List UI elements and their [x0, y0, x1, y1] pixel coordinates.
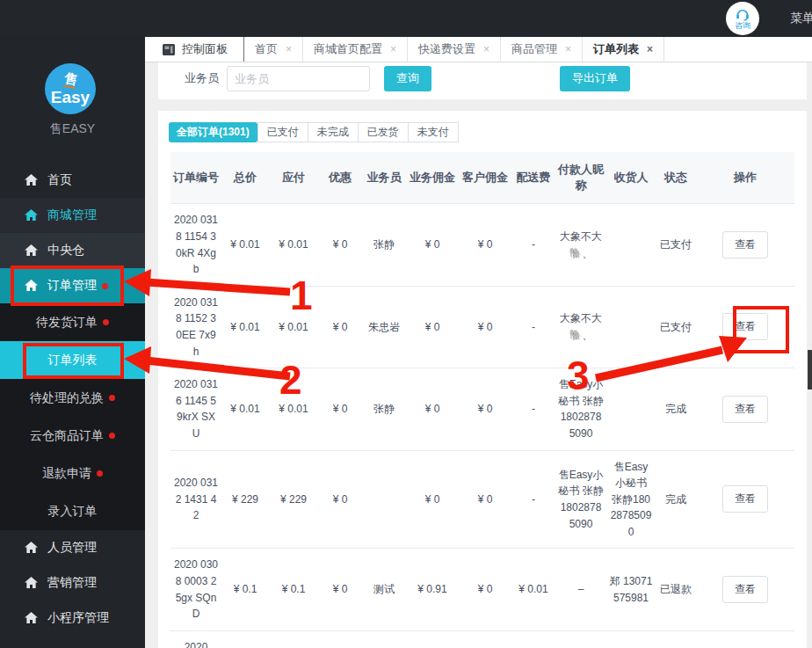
sidebar-item-label: 录入订单 — [48, 504, 98, 520]
sidebar-item-label: 小程序管理 — [47, 610, 109, 626]
view-button[interactable]: 查看 — [722, 485, 768, 513]
filter-unpaid[interactable]: 未支付 — [409, 122, 459, 142]
view-button[interactable]: 查看 — [722, 576, 768, 603]
sidebar-item-home[interactable]: 首页 — [0, 163, 145, 198]
tab-shipping-fee[interactable]: 快递费设置 × — [408, 37, 501, 62]
order-no-cell: 2020 0308 0003 25gx SQnD — [170, 549, 221, 630]
search-panel: 业务员 查询 导出订单 — [158, 62, 807, 99]
payer-cell: 售Easy小秘书 张静18028785090 — [555, 450, 606, 549]
status-cell: 已支付 — [656, 204, 696, 286]
logo-word: Easy — [51, 88, 90, 106]
view-button[interactable]: 查看 — [722, 396, 768, 423]
salesman-cell: 张静 — [362, 368, 406, 450]
col-payer-nickname: 付款人昵称 — [555, 152, 606, 204]
orders-panel: 全部订单(1301) 已支付 未完成 已发货 未支付 订单编号 总价 应付 — [158, 111, 807, 648]
control-panel-label: 控制面板 — [182, 41, 228, 57]
sidebar-item-order-list[interactable]: 订单列表 — [0, 341, 145, 379]
discount-cell: ¥ 0 — [318, 368, 362, 450]
table-row: 2020 0312 1431 42 ¥ 229 ¥ 229 ¥ 0 ¥ 0 ¥ … — [170, 450, 794, 549]
headset-icon — [736, 9, 750, 21]
status-cell: 已支付 — [656, 286, 696, 368]
col-discount: 优惠 — [318, 152, 362, 204]
sidebar-item-personnel-mgmt[interactable]: 人员管理 — [0, 530, 145, 565]
salesman-input[interactable] — [227, 66, 370, 91]
sidebar-item-enter-order[interactable]: 录入订单 — [0, 492, 145, 530]
close-icon[interactable]: × — [647, 43, 653, 55]
col-action: 操作 — [696, 152, 794, 204]
tab-mall-home-config[interactable]: 商城首页配置 × — [303, 37, 408, 62]
sales-commission-cell: ¥ 0 — [406, 204, 459, 286]
sidebar-item-central-warehouse[interactable]: 中央仓 — [0, 233, 145, 268]
notification-dot — [102, 283, 108, 289]
filter-all-orders[interactable]: 全部订单(1301) — [169, 122, 257, 142]
sidebar-item-pending-shipment[interactable]: 待发货订单 — [0, 303, 145, 341]
scrollbar-thumb[interactable] — [808, 350, 812, 390]
discount-cell: ¥ 0 — [318, 549, 362, 630]
customer-commission-cell: ¥ 0 — [459, 204, 511, 286]
sidebar-item-order-mgmt[interactable]: 订单管理 — [0, 268, 145, 303]
close-icon[interactable]: × — [390, 43, 396, 55]
sidebar-item-cloud-warehouse-orders[interactable]: 云仓商品订单 — [0, 417, 145, 455]
sidebar-item-label: 中央仓 — [47, 243, 84, 258]
col-salesman: 业务员 — [362, 152, 406, 204]
col-total: 总价 — [221, 152, 269, 204]
status-cell: 完成 — [656, 368, 696, 450]
total-cell: ¥ 0.1 — [221, 549, 269, 630]
delivery-fee-cell: - — [511, 204, 555, 286]
view-button-highlighted[interactable]: 查看 — [722, 313, 768, 340]
dashboard-icon — [163, 44, 175, 55]
discount-cell: ¥ 0 — [318, 286, 362, 368]
tab-order-list[interactable]: 订单列表 × — [583, 37, 664, 62]
home-icon — [25, 612, 38, 624]
orders-table: 订单编号 总价 应付 优惠 业务员 业务佣金 客户佣金 配送费 付款人昵称 收货… — [170, 152, 794, 648]
order-no-cell: 2020 — [170, 630, 221, 648]
discount-cell: ¥ 0 — [318, 204, 362, 286]
col-customer-commission: 客户佣金 — [459, 152, 511, 204]
salesman-cell: 朱忠岩 — [362, 286, 406, 368]
sidebar-item-label: 首页 — [47, 172, 72, 188]
filter-shipped[interactable]: 已发货 — [359, 122, 409, 142]
filter-paid[interactable]: 已支付 — [257, 122, 308, 142]
tab-label: 首页 — [255, 41, 278, 57]
close-icon[interactable]: × — [483, 43, 489, 55]
sidebar-item-label: 云仓商品订单 — [30, 428, 104, 444]
sidebar-item-label: 订单管理 — [47, 278, 97, 294]
tab-home[interactable]: 首页 × — [244, 37, 303, 62]
notification-dot — [109, 395, 115, 401]
control-panel-button[interactable]: 控制面板 — [145, 37, 244, 62]
view-button[interactable]: 查看 — [722, 231, 768, 258]
sales-commission-cell: ¥ 0 — [406, 286, 459, 368]
tab-label: 订单列表 — [593, 41, 639, 57]
export-orders-button[interactable]: 导出订单 — [560, 66, 630, 91]
close-icon[interactable]: × — [565, 43, 571, 55]
salesman-label: 业务员 — [185, 70, 219, 86]
sidebar-item-refund-request[interactable]: 退款申请 — [0, 455, 145, 492]
sidebar: 售 Easy 售EASY 首页 商城管理 中央仓 订单管理 待发 — [0, 37, 145, 648]
customer-commission-cell: ¥ 0 — [459, 368, 511, 450]
close-icon[interactable]: × — [286, 43, 292, 55]
salesman-cell — [362, 450, 406, 549]
order-no-cell: 2020 0318 1152 30EE 7x9h — [170, 286, 221, 368]
receiver-cell: 售Easy小秘书 张静18028785090 — [606, 450, 656, 549]
sidebar-item-marketing-mgmt[interactable]: 营销管理 — [0, 565, 145, 601]
tab-product-mgmt[interactable]: 商品管理 × — [501, 37, 583, 62]
sidebar-item-pending-exchange[interactable]: 待处理的兑换 — [0, 379, 145, 417]
home-icon — [25, 280, 38, 292]
sidebar-item-mall-mgmt[interactable]: 商城管理 — [0, 198, 145, 233]
table-row: 2020 0316 1145 59krX SXU ¥ 0.01 ¥ 0.01 ¥… — [170, 368, 794, 450]
app-window: 咨询 菜单 售 Easy 售EASY 首页 商城管理 中央仓 订单 — [0, 0, 812, 648]
topbar-menu-label[interactable]: 菜单 — [790, 11, 812, 26]
topbar: 咨询 菜单 — [0, 0, 812, 37]
sidebar-item-label: 订单列表 — [48, 353, 98, 368]
order-no-cell: 2020 0316 1145 59krX SXU — [170, 368, 221, 450]
filter-incomplete[interactable]: 未完成 — [308, 122, 359, 142]
payable-cell: ¥ 0.01 — [269, 286, 318, 368]
notification-dot — [109, 433, 115, 439]
consult-avatar[interactable]: 咨询 — [726, 2, 759, 35]
app-logo: 售 Easy — [45, 63, 96, 114]
table-row: 2020 0318 1152 30EE 7x9h ¥ 0.01 ¥ 0.01 ¥… — [170, 286, 794, 368]
sidebar-item-miniprogram-mgmt[interactable]: 小程序管理 — [0, 601, 145, 636]
order-no-cell: 2020 0318 1154 30kR 4Xgb — [170, 204, 221, 286]
query-button[interactable]: 查询 — [384, 66, 431, 91]
receiver-cell: 郑 13071575981 — [606, 549, 656, 630]
